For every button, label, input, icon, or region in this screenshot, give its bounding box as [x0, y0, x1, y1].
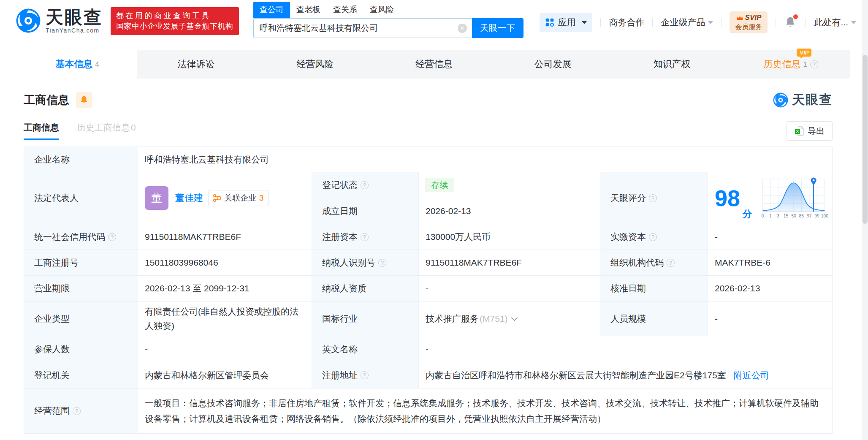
- watermark-logo: 天眼查: [773, 91, 833, 109]
- subtab-history-business-info[interactable]: 历史工商信息0: [77, 122, 136, 140]
- tab-intellectual-property[interactable]: 知识产权: [613, 50, 732, 79]
- tick-label: 50: [791, 214, 796, 218]
- header-nav: 应用 商务合作 企业级产品 SVIP 会员服务: [540, 12, 856, 33]
- address-label: 注册地址: [312, 362, 419, 388]
- table-row: 工商注册号 150118039968046 纳税人识别号 91150118MAK…: [24, 250, 832, 276]
- svip-label-top: SVIP: [745, 14, 762, 22]
- svip-member-button[interactable]: SVIP 会员服务: [730, 11, 768, 33]
- insured-label: 参保人数: [24, 336, 138, 362]
- tick-label: 100: [821, 214, 829, 218]
- logo-title: 天眼查: [46, 8, 103, 27]
- tab-legal-proceedings[interactable]: 法律诉讼: [137, 50, 256, 79]
- staff-size-label: 人员规模: [600, 301, 708, 336]
- divider: [806, 18, 806, 27]
- logo-domain: TianYanCha.com: [46, 27, 103, 34]
- search-input[interactable]: [253, 18, 472, 38]
- score-cell: 98 分: [708, 172, 832, 224]
- related-companies-label: 关联企业: [224, 193, 256, 204]
- value-text: 有限责任公司(非自然人投资或控股的法人独资): [145, 304, 305, 333]
- search-tab-relation[interactable]: 查关系: [327, 2, 363, 18]
- tick-label: 3: [777, 214, 779, 218]
- establish-date-value: 2026-02-13: [419, 198, 600, 224]
- sub-tabs: 工商信息 历史工商信息0: [24, 122, 136, 140]
- reg-authority-label: 登记机关: [24, 362, 138, 388]
- slogan-line2: 国家中小企业发展子基金旗下机构: [116, 21, 233, 32]
- chevron-down-icon[interactable]: [511, 315, 518, 321]
- legal-rep-label: 法定代表人: [24, 172, 138, 224]
- insured-value: -: [138, 336, 312, 362]
- tab-company-development[interactable]: 公司发展: [494, 50, 613, 79]
- label-text: 注册资本: [322, 231, 358, 243]
- tick-label: 0: [762, 214, 764, 218]
- search-tabs: 查公司 查老板 查关系 查风险: [253, 3, 524, 18]
- monitor-bell-button[interactable]: [76, 92, 92, 108]
- industry-code: (M751): [480, 314, 508, 324]
- tianyancha-logo[interactable]: 天眼查 TianYanCha.com: [15, 8, 103, 34]
- help-icon[interactable]: [108, 233, 116, 241]
- table-row: 经营范围 一般项目：信息技术咨询服务；非居住房地产租赁；软件开发；信息系统集成服…: [24, 388, 832, 434]
- notifications-bell-button[interactable]: [784, 16, 797, 29]
- score-percentile-chart: 0 1 3 15 50 85 97 99 100: [759, 175, 829, 221]
- notification-dot: [793, 14, 798, 19]
- table-row: 企业类型 有限责任公司(非自然人投资或控股的法人独资) 国标行业 技术推广服务 …: [24, 301, 832, 336]
- help-icon[interactable]: [361, 181, 369, 189]
- credit-code-value: 91150118MAK7TRBE6F: [138, 224, 312, 250]
- label-text: 天眼评分: [610, 192, 646, 204]
- tab-operating-risk[interactable]: 经营风险: [255, 50, 374, 79]
- search-button[interactable]: 天眼一下: [472, 18, 524, 38]
- search-tab-company[interactable]: 查公司: [253, 2, 290, 18]
- tab-basic-info[interactable]: 基本信息 4: [18, 50, 137, 79]
- avatar[interactable]: 董: [145, 186, 168, 210]
- tab-operating-info[interactable]: 经营信息: [374, 50, 494, 79]
- help-icon[interactable]: [649, 194, 657, 202]
- org-code-label: 组织机构代码: [600, 250, 708, 275]
- biz-term-value: 2026-02-13 至 2099-12-31: [138, 276, 312, 301]
- search-tab-risk[interactable]: 查风险: [363, 2, 400, 18]
- tab-count: 4: [95, 60, 99, 69]
- export-button[interactable]: X 导出: [787, 121, 833, 141]
- table-row: 参保人数 - 英文名称 -: [24, 336, 832, 362]
- industry-value: 技术推广服务: [426, 313, 479, 325]
- tick-label: 85: [799, 214, 804, 218]
- slogan-badge: 都在用的商业查询工具 国家中小企业发展子基金旗下机构: [111, 7, 239, 35]
- help-icon[interactable]: [649, 233, 657, 241]
- nav-business-cooperation[interactable]: 商务合作: [609, 16, 644, 28]
- search-box: 天眼一下: [253, 18, 524, 38]
- header: 天眼查 TianYanCha.com 都在用的商业查询工具 国家中小企业发展子基…: [0, 0, 868, 42]
- page: 天眼查 TianYanCha.com 都在用的商业查询工具 国家中小企业发展子基…: [0, 0, 868, 440]
- score-label: 天眼评分: [600, 172, 708, 224]
- english-name-label: 英文名称: [312, 336, 419, 362]
- nav-enterprise-products[interactable]: 企业级产品: [661, 16, 713, 28]
- search-tab-boss[interactable]: 查老板: [290, 2, 327, 18]
- table-row: 营业期限 2026-02-13 至 2099-12-31 纳税人资质 - 核准日…: [24, 276, 832, 301]
- paid-capital-label: 实缴资本: [600, 224, 708, 250]
- legal-rep-link[interactable]: 董佳建: [175, 192, 203, 204]
- reg-capital-value: 130000万人民币: [419, 224, 600, 250]
- reg-capital-label: 注册资本: [312, 224, 419, 250]
- scope-label: 经营范围: [24, 388, 138, 433]
- related-companies-count: 3: [259, 193, 264, 203]
- nav-user-menu[interactable]: 此处有...: [814, 16, 856, 28]
- help-icon[interactable]: [361, 371, 369, 379]
- establish-date-label: 成立日期: [312, 198, 419, 224]
- help-icon[interactable]: [667, 259, 675, 267]
- help-icon[interactable]: [73, 407, 81, 415]
- nearby-companies-link[interactable]: 附近公司: [734, 369, 769, 381]
- reg-status-cell: 存续: [419, 172, 600, 198]
- apps-menu-button[interactable]: 应用: [540, 13, 592, 32]
- help-icon[interactable]: [810, 60, 818, 68]
- subtab-business-info[interactable]: 工商信息: [24, 122, 59, 140]
- scrollbar-thumb[interactable]: [863, 55, 868, 224]
- help-icon[interactable]: [378, 259, 386, 267]
- label-text: 登记状态: [322, 179, 358, 191]
- help-icon[interactable]: [361, 233, 369, 241]
- subtab-label: 历史工商信息: [77, 122, 130, 132]
- clear-icon[interactable]: [458, 24, 467, 33]
- related-companies-badge[interactable]: 关联企业 3: [208, 190, 269, 206]
- scope-value: 一般项目：信息技术咨询服务；非居住房地产租赁；软件开发；信息系统集成服务；技术服…: [138, 388, 832, 433]
- svip-label-bottom: 会员服务: [735, 23, 762, 31]
- tab-history-info[interactable]: 历史信息 VIP 1: [731, 50, 850, 79]
- tab-label: 公司发展: [534, 58, 572, 71]
- label-text: 经营范围: [34, 405, 70, 417]
- score-marker-pin: [811, 178, 816, 185]
